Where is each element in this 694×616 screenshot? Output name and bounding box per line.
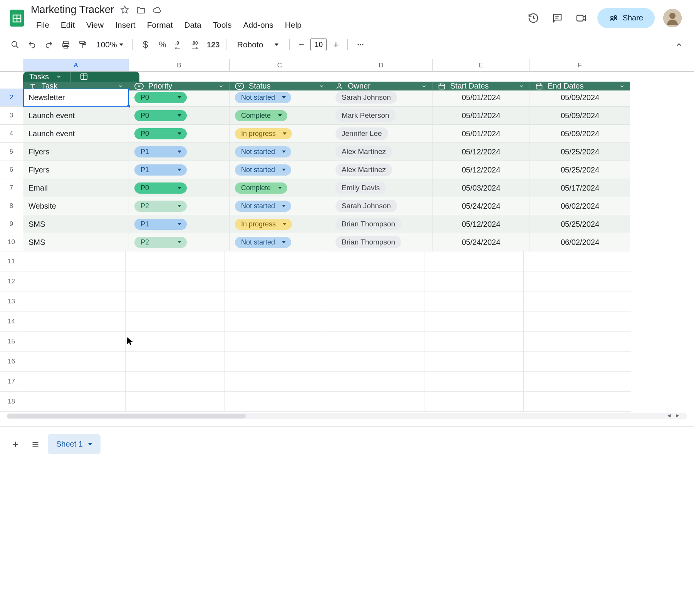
sheet-tab[interactable]: Sheet 1 [48, 434, 101, 454]
cell[interactable] [225, 372, 324, 392]
menu-addons[interactable]: Add-ons [238, 18, 279, 32]
cell-priority[interactable]: P1 [129, 215, 230, 233]
cell-status[interactable]: In progress [230, 215, 330, 233]
row-header-8[interactable]: 8 [0, 197, 23, 215]
cell[interactable] [424, 331, 524, 352]
table-view-icon[interactable] [79, 72, 89, 81]
share-button[interactable]: Share [597, 8, 655, 28]
owner-chip[interactable]: Mark Peterson [335, 109, 396, 122]
cell[interactable] [424, 352, 524, 372]
cell-owner[interactable]: Alex Martinez [330, 143, 432, 161]
row-header-6[interactable]: 6 [0, 161, 23, 179]
paint-format-icon[interactable] [75, 37, 90, 52]
cell-end-date[interactable]: 05/09/2024 [530, 89, 630, 107]
cell[interactable] [324, 331, 424, 352]
owner-chip[interactable]: Emily Davis [335, 182, 386, 194]
owner-chip[interactable]: Brian Thompson [335, 218, 401, 230]
cell-task[interactable]: Flyers [23, 143, 129, 161]
owner-chip[interactable]: Sarah Johnson [335, 91, 397, 104]
field-header-end-dates[interactable]: End Dates [530, 82, 630, 90]
row-header-18[interactable]: 18 [0, 392, 23, 412]
all-sheets-button[interactable] [28, 437, 43, 452]
account-avatar[interactable] [663, 9, 682, 27]
cell-start-date[interactable]: 05/12/2024 [432, 215, 530, 233]
owner-chip[interactable]: Sarah Johnson [335, 200, 397, 212]
percent-format-button[interactable]: % [155, 37, 170, 52]
cell-end-date[interactable]: 05/25/2024 [530, 161, 630, 179]
cell-task[interactable]: SMS [23, 215, 129, 233]
cell-owner[interactable]: Alex Martinez [330, 161, 432, 179]
select-all-cell[interactable] [0, 59, 23, 71]
cell[interactable] [225, 352, 324, 372]
cell-task[interactable]: Newsletter [23, 89, 129, 107]
owner-chip[interactable]: Jennifer Lee [335, 127, 388, 140]
cell-status[interactable]: Not started [230, 143, 330, 161]
status-chip[interactable]: Complete [235, 110, 287, 121]
cell-owner[interactable]: Jennifer Lee [330, 125, 432, 143]
menu-tools[interactable]: Tools [208, 18, 237, 32]
cell[interactable] [23, 372, 126, 392]
scroll-right-icon[interactable]: ► [675, 412, 680, 418]
col-header-d[interactable]: D [330, 59, 432, 71]
row-header-16[interactable]: 16 [0, 352, 23, 372]
cell[interactable] [324, 392, 424, 412]
cell-status[interactable]: Not started [230, 233, 330, 251]
history-icon[interactable] [526, 10, 541, 26]
cell[interactable] [324, 352, 424, 372]
search-icon[interactable] [8, 37, 22, 52]
undo-icon[interactable] [25, 37, 39, 52]
priority-chip[interactable]: P2 [134, 201, 187, 212]
scroll-left-icon[interactable]: ◄ [666, 412, 672, 418]
row-header-17[interactable]: 17 [0, 372, 23, 392]
cell-start-date[interactable]: 05/24/2024 [432, 197, 530, 215]
menu-help[interactable]: Help [280, 18, 307, 32]
cell-owner[interactable]: Mark Peterson [330, 107, 432, 125]
menu-file[interactable]: File [31, 18, 55, 32]
table-tab[interactable]: Tasks [23, 72, 139, 82]
cell-status[interactable]: Not started [230, 197, 330, 215]
cell-end-date[interactable]: 06/02/2024 [530, 233, 630, 251]
cell-owner[interactable]: Emily Davis [330, 179, 432, 197]
cell[interactable] [424, 291, 524, 311]
cell[interactable] [225, 291, 324, 311]
doc-title[interactable]: Marketing Tracker [31, 4, 114, 16]
cell-start-date[interactable]: 05/12/2024 [432, 161, 530, 179]
priority-chip[interactable]: P0 [134, 182, 187, 194]
cell-start-date[interactable]: 05/01/2024 [432, 125, 530, 143]
row-header-2[interactable]: 2 [0, 89, 23, 107]
cell-status[interactable]: Complete [230, 179, 330, 197]
cell[interactable] [23, 392, 126, 412]
cell[interactable] [424, 392, 524, 412]
row-header-9[interactable]: 9 [0, 215, 23, 233]
cell[interactable] [424, 311, 524, 331]
cell-priority[interactable]: P2 [129, 197, 230, 215]
cell[interactable] [524, 271, 631, 291]
status-chip[interactable]: Not started [235, 237, 291, 248]
status-chip[interactable]: Not started [235, 146, 291, 157]
scrollbar-thumb[interactable] [7, 414, 246, 418]
priority-chip[interactable]: P0 [134, 92, 187, 103]
cell[interactable] [126, 271, 225, 291]
menu-insert[interactable]: Insert [110, 18, 141, 32]
cell-end-date[interactable]: 05/17/2024 [530, 179, 630, 197]
priority-chip[interactable]: P0 [134, 128, 187, 139]
status-chip[interactable]: Not started [235, 201, 291, 212]
row-header-15[interactable]: 15 [0, 331, 23, 352]
cell[interactable] [225, 311, 324, 331]
increase-font-size-button[interactable]: + [330, 38, 342, 51]
cell[interactable] [126, 331, 225, 352]
cell[interactable] [524, 251, 631, 271]
row-header-7[interactable]: 7 [0, 179, 23, 197]
more-formats-button[interactable]: 123 [206, 37, 221, 52]
star-icon[interactable] [119, 5, 130, 15]
field-header-priority[interactable]: Priority [129, 82, 230, 90]
cell[interactable] [225, 392, 324, 412]
cell-task[interactable]: Flyers [23, 161, 129, 179]
cell[interactable] [126, 311, 225, 331]
cell-priority[interactable]: P1 [129, 161, 230, 179]
cell[interactable] [424, 251, 524, 271]
cell[interactable] [126, 291, 225, 311]
cell-status[interactable]: Not started [230, 89, 330, 107]
decrease-font-size-button[interactable]: − [295, 38, 307, 51]
sheets-logo[interactable] [9, 8, 25, 28]
